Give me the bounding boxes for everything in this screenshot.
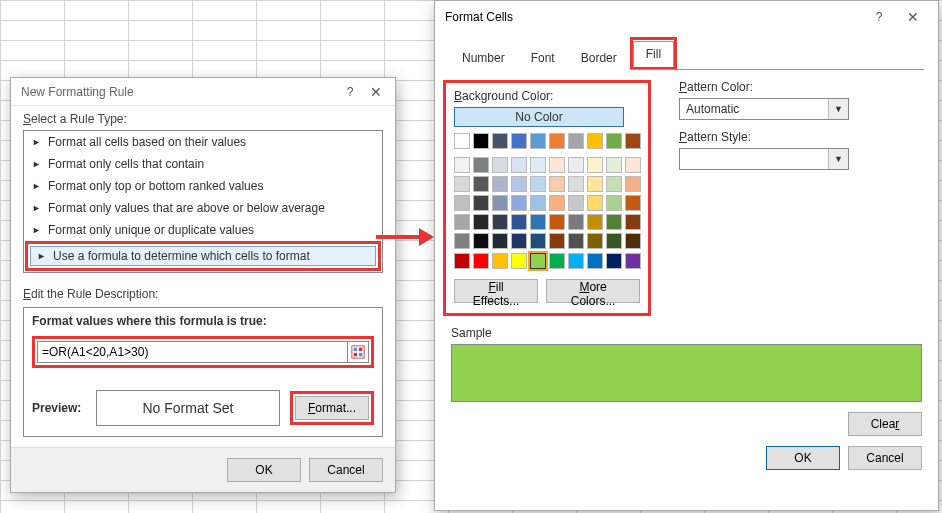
color-swatch[interactable] bbox=[511, 133, 527, 149]
color-swatch[interactable] bbox=[606, 214, 622, 230]
color-swatch[interactable] bbox=[492, 233, 508, 249]
color-swatch[interactable] bbox=[454, 253, 470, 269]
color-swatch[interactable] bbox=[568, 195, 584, 211]
color-swatch[interactable] bbox=[549, 176, 565, 192]
tab-border[interactable]: Border bbox=[568, 45, 630, 70]
color-swatch[interactable] bbox=[454, 214, 470, 230]
color-swatch[interactable] bbox=[530, 133, 546, 149]
color-swatch[interactable] bbox=[625, 253, 641, 269]
color-swatch[interactable] bbox=[530, 176, 546, 192]
color-swatch[interactable] bbox=[549, 195, 565, 211]
color-swatch[interactable] bbox=[606, 233, 622, 249]
help-icon[interactable]: ? bbox=[337, 81, 363, 103]
color-swatch[interactable] bbox=[492, 157, 508, 173]
color-swatch[interactable] bbox=[530, 157, 546, 173]
color-swatch[interactable] bbox=[530, 195, 546, 211]
clear-button[interactable]: Clear bbox=[848, 412, 922, 436]
rule-type-item[interactable]: ►Format all cells based on their values bbox=[24, 131, 382, 153]
color-swatch[interactable] bbox=[511, 253, 527, 269]
color-swatch[interactable] bbox=[606, 133, 622, 149]
color-swatch[interactable] bbox=[511, 214, 527, 230]
ok-button[interactable]: OK bbox=[227, 458, 301, 482]
color-swatch[interactable] bbox=[473, 133, 489, 149]
color-swatch[interactable] bbox=[492, 253, 508, 269]
cancel-button[interactable]: Cancel bbox=[848, 446, 922, 470]
pattern-style-select[interactable]: ▼ bbox=[679, 148, 849, 170]
close-icon[interactable]: ✕ bbox=[363, 81, 389, 103]
color-swatch[interactable] bbox=[454, 195, 470, 211]
cancel-button[interactable]: Cancel bbox=[309, 458, 383, 482]
color-swatch[interactable] bbox=[530, 214, 546, 230]
color-swatch[interactable] bbox=[568, 253, 584, 269]
color-swatch[interactable] bbox=[625, 195, 641, 211]
rule-type-item-selected[interactable]: ►Use a formula to determine which cells … bbox=[30, 246, 376, 266]
color-swatch[interactable] bbox=[511, 233, 527, 249]
rule-type-item[interactable]: ►Format only cells that contain bbox=[24, 153, 382, 175]
help-icon[interactable]: ? bbox=[866, 6, 892, 28]
format-button[interactable]: Format... bbox=[295, 396, 369, 420]
color-swatch[interactable] bbox=[587, 214, 603, 230]
color-swatch[interactable] bbox=[625, 233, 641, 249]
color-swatch[interactable] bbox=[587, 195, 603, 211]
color-swatch[interactable] bbox=[568, 133, 584, 149]
color-swatch[interactable] bbox=[492, 214, 508, 230]
rule-type-item[interactable]: ►Format only values that are above or be… bbox=[24, 197, 382, 219]
color-swatch[interactable] bbox=[454, 176, 470, 192]
color-swatch[interactable] bbox=[606, 157, 622, 173]
color-swatch[interactable] bbox=[549, 133, 565, 149]
no-color-button[interactable]: No Color bbox=[454, 107, 624, 127]
color-swatch[interactable] bbox=[473, 195, 489, 211]
color-swatch[interactable] bbox=[454, 157, 470, 173]
tab-fill[interactable]: Fill bbox=[633, 41, 674, 67]
range-selector-icon[interactable] bbox=[347, 341, 369, 363]
tab-number[interactable]: Number bbox=[449, 45, 518, 70]
color-swatch[interactable] bbox=[473, 214, 489, 230]
svg-rect-1 bbox=[354, 348, 358, 352]
color-swatch[interactable] bbox=[587, 253, 603, 269]
color-swatch[interactable] bbox=[549, 157, 565, 173]
color-swatch[interactable] bbox=[625, 214, 641, 230]
color-swatch[interactable] bbox=[511, 157, 527, 173]
ok-button[interactable]: OK bbox=[766, 446, 840, 470]
color-swatch[interactable] bbox=[606, 176, 622, 192]
tab-font[interactable]: Font bbox=[518, 45, 568, 70]
color-swatch[interactable] bbox=[587, 157, 603, 173]
color-swatch[interactable] bbox=[568, 214, 584, 230]
rule-type-item[interactable]: ►Format only unique or duplicate values bbox=[24, 219, 382, 241]
color-swatch[interactable] bbox=[492, 195, 508, 211]
close-icon[interactable]: ✕ bbox=[892, 6, 934, 28]
color-swatch[interactable] bbox=[473, 176, 489, 192]
color-swatch[interactable] bbox=[587, 233, 603, 249]
color-swatch[interactable] bbox=[606, 195, 622, 211]
rule-type-list[interactable]: ►Format all cells based on their values … bbox=[23, 130, 383, 273]
color-swatch[interactable] bbox=[587, 133, 603, 149]
color-swatch[interactable] bbox=[492, 176, 508, 192]
color-swatch[interactable] bbox=[473, 253, 489, 269]
color-swatch[interactable] bbox=[625, 157, 641, 173]
color-swatch[interactable] bbox=[568, 157, 584, 173]
color-swatch[interactable] bbox=[625, 133, 641, 149]
color-swatch[interactable] bbox=[606, 253, 622, 269]
color-swatch[interactable] bbox=[511, 195, 527, 211]
callout-arrow-icon bbox=[376, 228, 434, 246]
color-swatch[interactable] bbox=[511, 176, 527, 192]
pattern-color-select[interactable]: Automatic ▼ bbox=[679, 98, 849, 120]
color-swatch[interactable] bbox=[568, 233, 584, 249]
color-swatch[interactable] bbox=[625, 176, 641, 192]
color-swatch[interactable] bbox=[549, 233, 565, 249]
formula-input[interactable] bbox=[37, 341, 348, 363]
more-colors-button[interactable]: More Colors... bbox=[546, 279, 640, 303]
color-swatch[interactable] bbox=[530, 253, 546, 269]
color-swatch[interactable] bbox=[454, 233, 470, 249]
color-swatch[interactable] bbox=[549, 253, 565, 269]
color-swatch[interactable] bbox=[587, 176, 603, 192]
color-swatch[interactable] bbox=[568, 176, 584, 192]
color-swatch[interactable] bbox=[492, 133, 508, 149]
color-swatch[interactable] bbox=[549, 214, 565, 230]
color-swatch[interactable] bbox=[454, 133, 470, 149]
rule-type-item[interactable]: ►Format only top or bottom ranked values bbox=[24, 175, 382, 197]
color-swatch[interactable] bbox=[473, 157, 489, 173]
fill-effects-button[interactable]: Fill Effects... bbox=[454, 279, 538, 303]
color-swatch[interactable] bbox=[473, 233, 489, 249]
color-swatch[interactable] bbox=[530, 233, 546, 249]
